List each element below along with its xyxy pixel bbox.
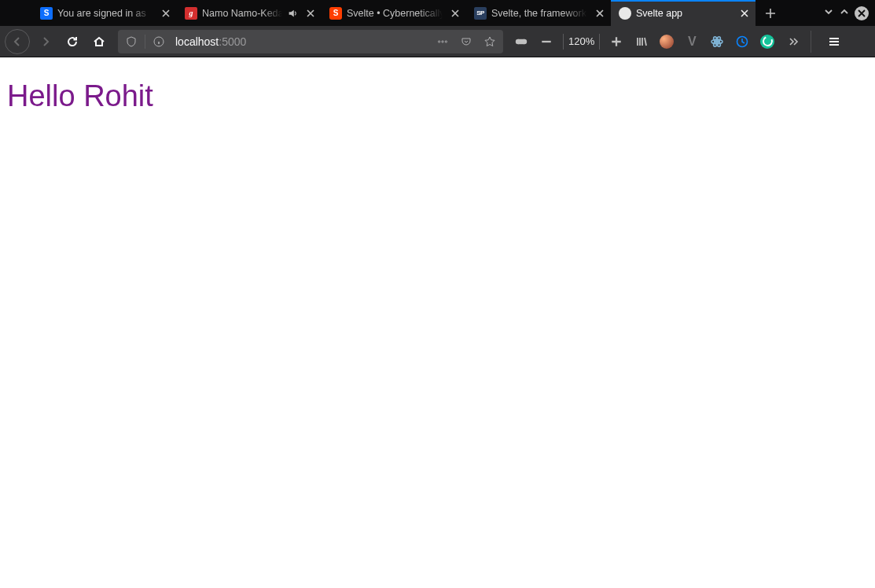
- tab-4[interactable]: Svelte app: [611, 0, 756, 26]
- favicon-icon: S: [40, 7, 53, 20]
- extension-react-icon[interactable]: [705, 30, 729, 53]
- svg-point-1: [438, 40, 439, 42]
- mask-icon[interactable]: [509, 30, 533, 53]
- tab-2[interactable]: S Svelte • Cybernetically: [322, 0, 466, 26]
- tab-strip: S You are signed in as g Namo Namo-Kedar…: [0, 0, 875, 26]
- tab-title: Namo Namo-Kedarnath: [202, 8, 282, 19]
- zoom-out-button[interactable]: [535, 30, 558, 53]
- separator: [145, 35, 145, 49]
- separator: [811, 31, 811, 53]
- favicon-icon: S: [329, 7, 342, 20]
- favicon-icon: g: [185, 7, 197, 20]
- bookmark-star-icon[interactable]: [480, 31, 500, 52]
- browser-chrome: S You are signed in as g Namo Namo-Kedar…: [0, 0, 875, 57]
- extension-clock-icon[interactable]: [730, 30, 754, 53]
- url-host: localhost: [175, 35, 219, 48]
- close-icon[interactable]: [158, 6, 174, 21]
- extension-vue-icon[interactable]: V: [680, 30, 704, 53]
- zoom-level: 120%: [568, 35, 594, 47]
- extension-grammarly-icon[interactable]: [756, 30, 779, 53]
- overflow-icon[interactable]: [781, 30, 804, 53]
- separator: [599, 34, 600, 50]
- svg-rect-6: [518, 39, 524, 43]
- chevron-down-icon[interactable]: [823, 6, 834, 20]
- tab-title: Svelte • Cybernetically: [347, 8, 443, 19]
- tab-1[interactable]: g Namo Namo-Kedarnath: [177, 0, 322, 26]
- window-close-button[interactable]: [855, 6, 869, 20]
- tab-title: You are signed in as: [57, 8, 153, 19]
- favicon-icon: [619, 7, 631, 20]
- pocket-icon[interactable]: [456, 31, 476, 52]
- close-icon[interactable]: [303, 6, 318, 21]
- close-icon[interactable]: [737, 6, 752, 21]
- reload-button[interactable]: [60, 29, 85, 54]
- close-icon[interactable]: [592, 6, 608, 21]
- toolbar: localhost:5000 120%: [0, 26, 875, 57]
- zoom-controls: 120%: [535, 30, 628, 53]
- tab-spacer: [0, 0, 32, 26]
- url-port: :5000: [219, 35, 246, 48]
- tab-title: Svelte app: [636, 8, 732, 19]
- address-bar[interactable]: localhost:5000: [118, 30, 503, 53]
- close-icon[interactable]: [447, 6, 463, 21]
- library-icon[interactable]: [630, 30, 653, 53]
- page-actions-icon[interactable]: [432, 31, 453, 52]
- hamburger-menu-button[interactable]: [821, 28, 847, 55]
- back-button[interactable]: [5, 29, 30, 54]
- tab-title: Svelte, the framework: [491, 8, 587, 19]
- zoom-in-button[interactable]: [605, 30, 628, 53]
- tab-3[interactable]: SP Svelte, the framework: [466, 0, 611, 26]
- svg-point-7: [716, 40, 719, 42]
- tab-0[interactable]: S You are signed in as: [32, 0, 177, 26]
- shield-icon[interactable]: [121, 31, 142, 52]
- chevron-up-icon[interactable]: [839, 6, 850, 20]
- new-tab-button[interactable]: [759, 2, 782, 25]
- favicon-icon: SP: [474, 7, 487, 20]
- svg-point-3: [445, 40, 447, 42]
- page-heading: Hello Rohit: [0, 57, 875, 113]
- audio-icon[interactable]: [287, 8, 298, 19]
- extension-avatar-icon[interactable]: [655, 30, 678, 53]
- info-icon[interactable]: [149, 31, 169, 52]
- page-content: Hello Rohit: [0, 57, 875, 588]
- url-text[interactable]: localhost:5000: [172, 35, 429, 48]
- home-button[interactable]: [86, 29, 112, 54]
- svg-point-2: [442, 40, 443, 42]
- tab-strip-right: [823, 6, 875, 20]
- forward-button[interactable]: [33, 29, 58, 54]
- separator: [563, 34, 564, 50]
